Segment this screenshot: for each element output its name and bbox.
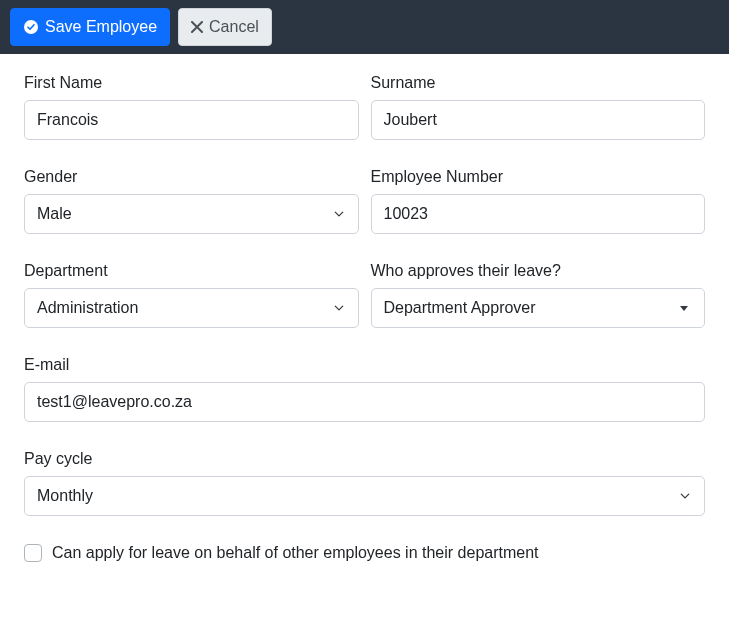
pay-cycle-select[interactable]: Monthly	[24, 476, 705, 516]
approver-dropdown[interactable]: Department Approver	[371, 288, 706, 328]
surname-input[interactable]	[371, 100, 706, 140]
on-behalf-checkbox[interactable]	[24, 544, 42, 562]
employee-form: First Name Surname Gender Male Employee …	[0, 54, 729, 582]
caret-down-icon	[680, 306, 688, 311]
surname-label: Surname	[371, 74, 706, 92]
save-button-label: Save Employee	[45, 15, 157, 39]
approver-label: Who approves their leave?	[371, 262, 706, 280]
employee-number-label: Employee Number	[371, 168, 706, 186]
email-label: E-mail	[24, 356, 705, 374]
first-name-label: First Name	[24, 74, 359, 92]
first-name-input[interactable]	[24, 100, 359, 140]
on-behalf-label[interactable]: Can apply for leave on behalf of other e…	[52, 544, 539, 562]
department-select[interactable]: Administration	[24, 288, 359, 328]
gender-label: Gender	[24, 168, 359, 186]
save-employee-button[interactable]: Save Employee	[10, 8, 170, 46]
approver-value: Department Approver	[384, 296, 536, 320]
email-input[interactable]	[24, 382, 705, 422]
cancel-button[interactable]: Cancel	[178, 8, 272, 46]
employee-number-input[interactable]	[371, 194, 706, 234]
close-icon	[191, 21, 203, 33]
toolbar: Save Employee Cancel	[0, 0, 729, 54]
pay-cycle-label: Pay cycle	[24, 450, 705, 468]
department-label: Department	[24, 262, 359, 280]
gender-select[interactable]: Male	[24, 194, 359, 234]
check-circle-icon	[23, 19, 39, 35]
cancel-button-label: Cancel	[209, 15, 259, 39]
